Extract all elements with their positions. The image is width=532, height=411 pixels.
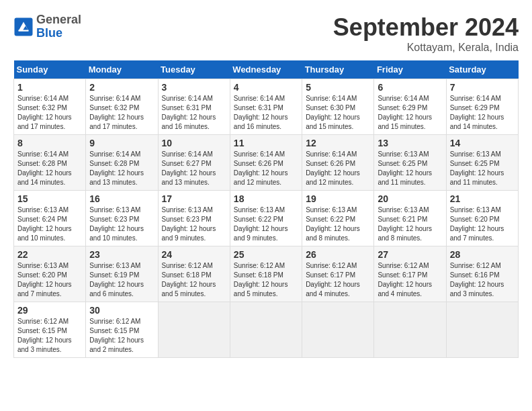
calendar-cell: 22Sunrise: 6:13 AMSunset: 6:20 PMDayligh… [14, 246, 86, 302]
day-number: 1 [17, 82, 82, 93]
day-info: Sunrise: 6:12 AMSunset: 6:16 PMDaylight:… [450, 261, 515, 299]
month-title: September 2024 [333, 13, 519, 42]
day-number: 24 [162, 249, 226, 260]
calendar-row: 15Sunrise: 6:13 AMSunset: 6:24 PMDayligh… [14, 191, 519, 246]
day-number: 3 [162, 82, 226, 93]
day-number: 20 [378, 193, 442, 204]
header-monday: Monday [86, 60, 158, 79]
logo: General Blue [13, 13, 81, 40]
svg-rect-3 [19, 30, 29, 31]
calendar-cell: 3Sunrise: 6:14 AMSunset: 6:31 PMDaylight… [158, 79, 230, 135]
day-info: Sunrise: 6:13 AMSunset: 6:25 PMDaylight:… [378, 150, 442, 187]
day-number: 26 [306, 249, 370, 260]
calendar-cell: 2Sunrise: 6:14 AMSunset: 6:32 PMDaylight… [86, 79, 158, 135]
calendar-cell: 25Sunrise: 6:12 AMSunset: 6:18 PMDayligh… [230, 246, 302, 302]
day-info: Sunrise: 6:14 AMSunset: 6:32 PMDaylight:… [17, 94, 82, 132]
day-info: Sunrise: 6:13 AMSunset: 6:22 PMDaylight:… [234, 205, 298, 243]
day-info: Sunrise: 6:14 AMSunset: 6:27 PMDaylight:… [162, 150, 226, 187]
day-info: Sunrise: 6:14 AMSunset: 6:32 PMDaylight:… [89, 94, 154, 132]
calendar-cell: 16Sunrise: 6:13 AMSunset: 6:23 PMDayligh… [86, 191, 158, 246]
calendar-cell: 11Sunrise: 6:14 AMSunset: 6:26 PMDayligh… [230, 135, 302, 191]
calendar-cell: 5Sunrise: 6:14 AMSunset: 6:30 PMDaylight… [302, 79, 374, 135]
calendar-cell: 18Sunrise: 6:13 AMSunset: 6:22 PMDayligh… [230, 191, 302, 246]
day-number: 29 [17, 305, 82, 316]
calendar-cell: 13Sunrise: 6:13 AMSunset: 6:25 PMDayligh… [374, 135, 446, 191]
day-info: Sunrise: 6:14 AMSunset: 6:29 PMDaylight:… [450, 94, 515, 132]
calendar-cell: 19Sunrise: 6:13 AMSunset: 6:22 PMDayligh… [302, 191, 374, 246]
location: Kottayam, Kerala, India [333, 42, 519, 54]
calendar-cell: 24Sunrise: 6:12 AMSunset: 6:18 PMDayligh… [158, 246, 230, 302]
day-info: Sunrise: 6:14 AMSunset: 6:31 PMDaylight:… [162, 94, 226, 132]
calendar-cell: 6Sunrise: 6:14 AMSunset: 6:29 PMDaylight… [374, 79, 446, 135]
day-info: Sunrise: 6:12 AMSunset: 6:17 PMDaylight:… [306, 261, 370, 299]
calendar-cell: 8Sunrise: 6:14 AMSunset: 6:28 PMDaylight… [14, 135, 86, 191]
calendar-row: 22Sunrise: 6:13 AMSunset: 6:20 PMDayligh… [14, 246, 519, 302]
day-info: Sunrise: 6:13 AMSunset: 6:23 PMDaylight:… [162, 205, 226, 243]
day-info: Sunrise: 6:12 AMSunset: 6:15 PMDaylight:… [89, 317, 154, 355]
day-info: Sunrise: 6:12 AMSunset: 6:18 PMDaylight:… [234, 261, 298, 299]
day-number: 30 [89, 305, 154, 316]
day-info: Sunrise: 6:14 AMSunset: 6:28 PMDaylight:… [89, 150, 154, 187]
day-info: Sunrise: 6:13 AMSunset: 6:22 PMDaylight:… [306, 205, 370, 243]
calendar-cell: 14Sunrise: 6:13 AMSunset: 6:25 PMDayligh… [446, 135, 518, 191]
day-info: Sunrise: 6:13 AMSunset: 6:19 PMDaylight:… [89, 261, 154, 299]
day-number: 22 [17, 249, 82, 260]
header-wednesday: Wednesday [230, 60, 302, 79]
day-number: 28 [450, 249, 515, 260]
calendar-row: 1Sunrise: 6:14 AMSunset: 6:32 PMDaylight… [14, 79, 519, 135]
day-number: 6 [378, 82, 442, 93]
day-number: 9 [89, 138, 154, 148]
calendar-cell: 17Sunrise: 6:13 AMSunset: 6:23 PMDayligh… [158, 191, 230, 246]
calendar-cell: 4Sunrise: 6:14 AMSunset: 6:31 PMDaylight… [230, 79, 302, 135]
calendar-row: 29Sunrise: 6:12 AMSunset: 6:15 PMDayligh… [14, 302, 519, 358]
day-info: Sunrise: 6:13 AMSunset: 6:20 PMDaylight:… [17, 261, 82, 299]
calendar-cell [158, 302, 230, 358]
day-info: Sunrise: 6:13 AMSunset: 6:21 PMDaylight:… [378, 205, 442, 243]
day-number: 18 [234, 193, 298, 204]
weekday-header-row: Sunday Monday Tuesday Wednesday Thursday… [14, 60, 519, 79]
header-friday: Friday [374, 60, 446, 79]
day-number: 19 [306, 193, 370, 204]
day-info: Sunrise: 6:14 AMSunset: 6:29 PMDaylight:… [378, 94, 442, 132]
calendar-cell: 28Sunrise: 6:12 AMSunset: 6:16 PMDayligh… [446, 246, 518, 302]
day-info: Sunrise: 6:14 AMSunset: 6:26 PMDaylight:… [306, 150, 370, 187]
day-number: 23 [89, 249, 154, 260]
day-info: Sunrise: 6:13 AMSunset: 6:24 PMDaylight:… [17, 205, 82, 243]
logo-general: General [36, 13, 81, 27]
calendar-cell [230, 302, 302, 358]
logo-icon [13, 17, 34, 37]
day-number: 21 [450, 193, 515, 204]
calendar-cell: 30Sunrise: 6:12 AMSunset: 6:15 PMDayligh… [86, 302, 158, 358]
header-saturday: Saturday [446, 60, 518, 79]
calendar-cell: 26Sunrise: 6:12 AMSunset: 6:17 PMDayligh… [302, 246, 374, 302]
day-number: 13 [378, 138, 442, 148]
calendar-row: 8Sunrise: 6:14 AMSunset: 6:28 PMDaylight… [14, 135, 519, 191]
page-header: General Blue September 2024 Kottayam, Ke… [13, 13, 519, 54]
calendar-cell: 20Sunrise: 6:13 AMSunset: 6:21 PMDayligh… [374, 191, 446, 246]
day-number: 7 [450, 82, 515, 93]
calendar-cell: 1Sunrise: 6:14 AMSunset: 6:32 PMDaylight… [14, 79, 86, 135]
day-info: Sunrise: 6:12 AMSunset: 6:17 PMDaylight:… [378, 261, 442, 299]
calendar-cell: 15Sunrise: 6:13 AMSunset: 6:24 PMDayligh… [14, 191, 86, 246]
calendar-cell [302, 302, 374, 358]
day-info: Sunrise: 6:13 AMSunset: 6:23 PMDaylight:… [89, 205, 154, 243]
day-info: Sunrise: 6:13 AMSunset: 6:20 PMDaylight:… [450, 205, 515, 243]
title-block: September 2024 Kottayam, Kerala, India [333, 13, 519, 54]
calendar-cell: 12Sunrise: 6:14 AMSunset: 6:26 PMDayligh… [302, 135, 374, 191]
logo-text: General Blue [36, 13, 81, 40]
day-number: 14 [450, 138, 515, 148]
day-info: Sunrise: 6:14 AMSunset: 6:30 PMDaylight:… [306, 94, 370, 132]
day-number: 16 [89, 193, 154, 204]
day-number: 12 [306, 138, 370, 148]
day-info: Sunrise: 6:12 AMSunset: 6:15 PMDaylight:… [17, 317, 82, 355]
day-number: 2 [89, 82, 154, 93]
day-number: 4 [234, 82, 298, 93]
day-number: 11 [234, 138, 298, 148]
header-sunday: Sunday [14, 60, 86, 79]
calendar-cell: 27Sunrise: 6:12 AMSunset: 6:17 PMDayligh… [374, 246, 446, 302]
day-info: Sunrise: 6:13 AMSunset: 6:25 PMDaylight:… [450, 150, 515, 187]
day-number: 10 [162, 138, 226, 148]
day-number: 5 [306, 82, 370, 93]
header-thursday: Thursday [302, 60, 374, 79]
calendar-cell [374, 302, 446, 358]
